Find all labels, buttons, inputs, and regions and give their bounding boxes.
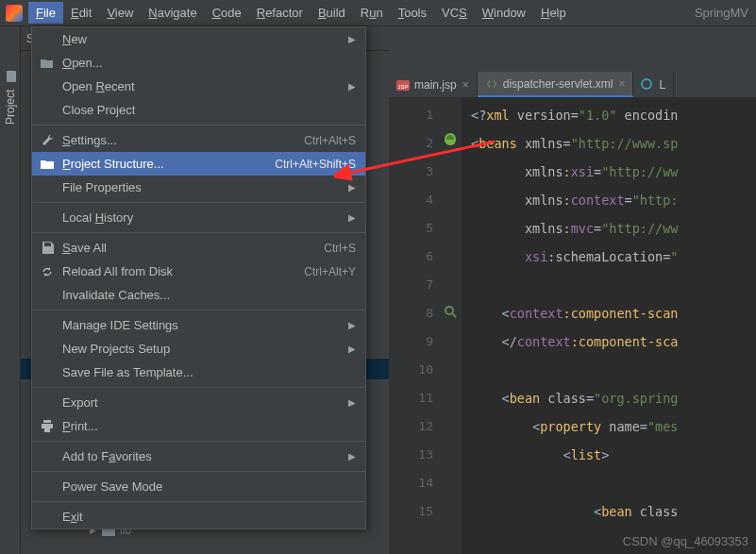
blank-icon — [40, 342, 55, 357]
blank-icon — [40, 365, 55, 380]
blank-icon — [40, 32, 55, 47]
close-project-label: Close Project — [62, 103, 356, 117]
reload-all-label: Reload All from Disk — [62, 264, 304, 278]
close-icon[interactable]: × — [462, 78, 469, 92]
code-content[interactable]: <?xml version="1.0" encodin<beans xmlns=… — [462, 97, 756, 554]
menu-print[interactable]: Print... — [32, 414, 365, 438]
folder-icon — [7, 71, 16, 82]
menubar: File Edit View Navigate Code Refactor Bu… — [0, 0, 756, 26]
svg-point-3 — [445, 307, 453, 314]
menu-save-all[interactable]: Save All Ctrl+S — [32, 236, 365, 260]
menu-file[interactable]: File — [28, 2, 63, 24]
wrench-icon — [40, 133, 55, 148]
menu-settings[interactable]: Settings... Ctrl+Alt+S — [32, 128, 365, 152]
menu-help[interactable]: Help — [533, 2, 574, 24]
menu-power-save-mode[interactable]: Power Save Mode — [32, 475, 365, 498]
file-properties-label: File Properties — [62, 180, 343, 194]
menu-invalidate-caches[interactable]: Invalidate Caches... — [32, 283, 365, 307]
separator — [32, 202, 365, 203]
separator — [32, 232, 365, 233]
menu-open-recent[interactable]: Open Recent ▶ — [32, 75, 365, 98]
menu-refactor[interactable]: Refactor — [249, 2, 311, 24]
menu-build[interactable]: Build — [311, 2, 353, 24]
project-tool-label: Project — [4, 90, 17, 125]
menu-exit[interactable]: Exit — [32, 505, 365, 529]
menu-close-project[interactable]: Close Project — [32, 98, 365, 122]
menu-code-hotkey: C — [212, 6, 221, 20]
submenu-arrow-icon: ▶ — [348, 34, 356, 44]
code-editor[interactable]: 123456789101112131415 <?xml version="1.0… — [389, 97, 756, 554]
menu-save-file-as-template[interactable]: Save File as Template... — [32, 361, 365, 384]
menu-project-structure[interactable]: Project Structure... Ctrl+Alt+Shift+S — [32, 152, 365, 176]
app-icon — [6, 5, 23, 22]
editor-tabs: JSP main.jsp × dispatcher-servlet.xml × … — [389, 71, 756, 97]
submenu-arrow-icon: ▶ — [348, 344, 356, 354]
menu-local-history[interactable]: Local History ▶ — [32, 206, 365, 229]
menu-tools[interactable]: Tools — [391, 2, 434, 24]
menu-build-hotkey: B — [318, 6, 327, 20]
jsp-icon: JSP — [396, 78, 410, 92]
gutter-icons — [441, 97, 462, 554]
menu-window-hotkey: W — [482, 6, 494, 20]
separator — [32, 310, 365, 311]
save-all-shortcut: Ctrl+S — [324, 242, 356, 255]
magnify-icon[interactable] — [444, 305, 457, 318]
submenu-arrow-icon: ▶ — [348, 182, 356, 193]
tab-dispatcher-servlet[interactable]: dispatcher-servlet.xml × — [478, 72, 634, 97]
separator — [32, 387, 365, 388]
spring-bean-icon[interactable] — [444, 133, 457, 146]
menu-file-hotkey: F — [36, 6, 43, 20]
reload-all-shortcut: Ctrl+Alt+Y — [304, 265, 356, 278]
tab-main-jsp[interactable]: JSP main.jsp × — [389, 72, 478, 97]
menu-edit-hotkey: E — [71, 6, 79, 20]
watermark: CSDN @qq_46093353 — [623, 534, 748, 548]
blank-icon — [40, 318, 55, 333]
tab-main-jsp-label: main.jsp — [414, 78, 457, 92]
menu-navigate[interactable]: Navigate — [141, 2, 204, 24]
disk-icon — [40, 241, 55, 256]
menu-view-hotkey: V — [107, 6, 114, 20]
blank-icon — [40, 288, 55, 303]
submenu-arrow-icon: ▶ — [348, 212, 356, 223]
print-icon — [40, 419, 55, 434]
window-title: SpringMV — [695, 6, 756, 20]
file-menu-dropdown: New ▶ Open... Open Recent ▶ Close Projec… — [31, 26, 366, 529]
menu-window[interactable]: Window — [475, 2, 533, 24]
settings-shortcut: Ctrl+Alt+S — [304, 134, 356, 147]
menu-new[interactable]: New ▶ — [32, 27, 365, 51]
svg-point-2 — [642, 79, 651, 89]
tab-other[interactable]: L — [633, 72, 674, 97]
export-label: Export — [62, 395, 343, 410]
project-tool-button[interactable]: Project — [2, 65, 19, 130]
blank-icon — [40, 479, 55, 495]
menu-code[interactable]: Code — [205, 2, 249, 24]
menu-help-hotkey: H — [541, 6, 549, 20]
separator — [32, 441, 365, 442]
menu-export[interactable]: Export ▶ — [32, 391, 365, 414]
menu-manage-ide-settings[interactable]: Manage IDE Settings ▶ — [32, 313, 365, 337]
xml-icon — [485, 77, 498, 91]
circle-icon — [641, 78, 654, 92]
menu-file-properties[interactable]: File Properties ▶ — [32, 176, 365, 199]
svg-text:JSP: JSP — [397, 84, 408, 90]
menu-add-to-favorites[interactable]: Add to Favorites ▶ — [32, 445, 365, 468]
menu-view[interactable]: View — [99, 2, 141, 24]
menu-run[interactable]: Run — [353, 2, 391, 24]
left-tool-strip: Project — [0, 26, 21, 554]
reload-icon — [40, 264, 55, 279]
menu-navigate-hotkey: N — [148, 6, 157, 20]
save-as-template-label: Save File as Template... — [62, 365, 356, 379]
new-projects-setup-label: New Projects Setup — [62, 342, 343, 356]
menu-run-hotkey: u — [369, 6, 376, 20]
submenu-arrow-icon: ▶ — [348, 81, 356, 92]
submenu-arrow-icon: ▶ — [348, 451, 356, 462]
separator — [32, 125, 365, 126]
menu-reload-all[interactable]: Reload All from Disk Ctrl+Alt+Y — [32, 260, 365, 283]
menu-edit[interactable]: Edit — [63, 2, 99, 24]
menu-vcs[interactable]: VCS — [434, 2, 475, 24]
blank-icon — [40, 449, 55, 464]
close-icon[interactable]: × — [618, 77, 625, 91]
menu-new-projects-setup[interactable]: New Projects Setup ▶ — [32, 337, 365, 361]
blank-icon — [40, 395, 55, 411]
menu-open[interactable]: Open... — [32, 51, 365, 75]
